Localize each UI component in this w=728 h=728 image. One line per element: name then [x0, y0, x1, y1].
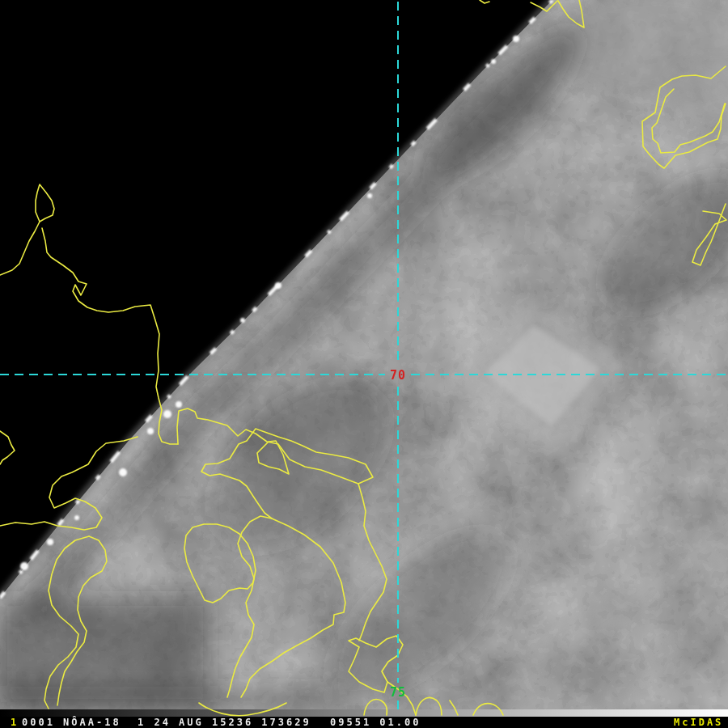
status-bar: 1 0001 NÔAA-18 1 24 AUG 15236 173629 095… [0, 717, 728, 728]
satellite-image-canvas[interactable]: 70 75 [0, 0, 728, 717]
frame-number[interactable]: 1 [11, 717, 19, 728]
south-value-label: 75 [390, 685, 406, 700]
mcidas-window: 70 75 1 0001 NÔAA-18 1 24 AUG 15236 1736… [0, 0, 728, 728]
center-value-label: 70 [390, 368, 406, 383]
image-scan-text: 09551 01.00 [330, 717, 421, 728]
image-datetime-text: 1 24 AUG 15236 173629 [138, 717, 311, 728]
image-id-satellite-text: 0001 NÔAA-18 [22, 717, 121, 728]
mcidas-brand-label: McIDAS [674, 717, 723, 728]
